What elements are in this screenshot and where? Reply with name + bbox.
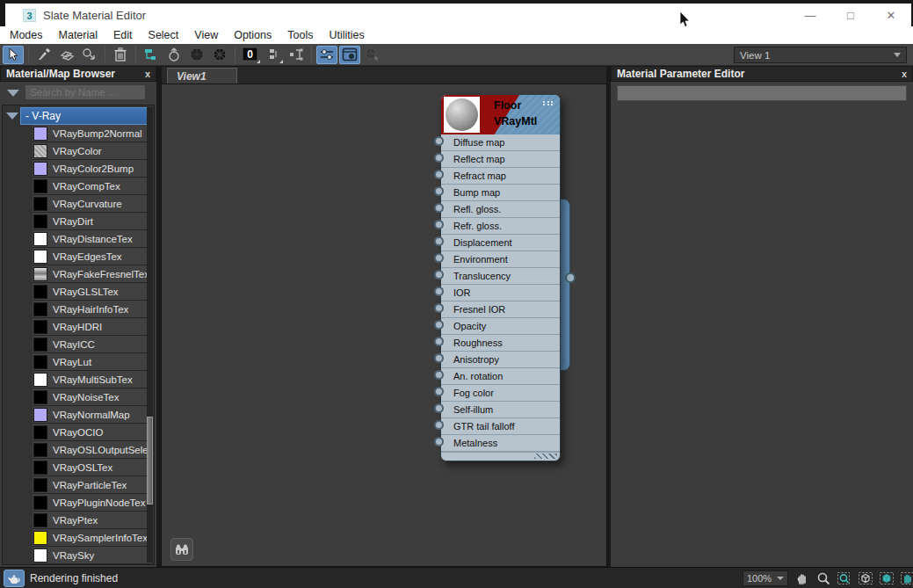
node-collapse-icon[interactable] xyxy=(543,101,553,105)
node-slot[interactable]: Metalness xyxy=(441,435,560,452)
node-canvas[interactable]: Floor VRayMtl Diffuse map Reflect map Re… xyxy=(161,83,607,567)
hide-unused-nodeslots-button[interactable] xyxy=(163,46,185,64)
browser-item[interactable]: VRayPtex xyxy=(33,512,150,529)
browser-item[interactable]: VRayParticleTex xyxy=(33,476,150,494)
menu-item[interactable]: Material xyxy=(51,29,105,41)
navigator-toggle-button[interactable] xyxy=(170,538,193,561)
node-slot[interactable]: Self-illum xyxy=(441,402,560,418)
menu-item[interactable]: View xyxy=(186,29,226,41)
slot-input-socket[interactable] xyxy=(434,153,444,163)
render-preview-button[interactable] xyxy=(4,570,25,587)
menu-item[interactable]: Modes xyxy=(2,29,51,41)
slot-input-socket[interactable] xyxy=(434,320,444,330)
browser-item[interactable]: VRaySamplerInfoTex xyxy=(33,529,150,547)
browser-scrollbar-thumb[interactable] xyxy=(147,417,153,505)
close-button[interactable]: ✕ xyxy=(871,4,911,26)
show-parameter-rollout-button[interactable] xyxy=(316,46,337,64)
browser-list[interactable]: - V-Ray VRayBump2Normal VRayColor VRayCo… xyxy=(2,105,155,565)
browser-item[interactable]: VRayOSLTex xyxy=(33,459,150,476)
browser-item[interactable]: VRayNoiseTex xyxy=(33,388,150,406)
maximize-button[interactable]: □ xyxy=(830,4,871,26)
assign-material-to-selection-button[interactable] xyxy=(79,46,100,64)
browser-item[interactable]: VRayNormalMap xyxy=(33,406,150,424)
browser-item[interactable]: VRayDirt xyxy=(33,213,150,230)
browser-item[interactable]: VRayColor xyxy=(33,142,150,160)
slot-input-socket[interactable] xyxy=(434,420,444,430)
material-node-floor[interactable]: Floor VRayMtl Diffuse map Reflect map Re… xyxy=(440,94,561,461)
browser-item[interactable]: VRayEdgesTex xyxy=(33,248,150,265)
put-material-to-scene-button[interactable] xyxy=(56,46,77,64)
browser-item[interactable]: VRayOCIO xyxy=(33,424,150,441)
node-slot[interactable]: Anisotropy xyxy=(441,352,560,368)
slot-input-socket[interactable] xyxy=(434,437,444,446)
browser-scrollbar[interactable] xyxy=(147,107,153,563)
zoom-region-tool-button[interactable] xyxy=(836,570,853,587)
slot-input-socket[interactable] xyxy=(434,403,444,413)
pan-tool-button[interactable] xyxy=(793,570,811,587)
node-output-socket[interactable] xyxy=(565,272,576,283)
browser-item[interactable]: VRayICC xyxy=(33,336,150,353)
view-selector-dropdown[interactable]: View 1 xyxy=(734,47,907,63)
node-slot[interactable]: An. rotation xyxy=(441,368,560,385)
minimize-button[interactable]: — xyxy=(790,4,830,26)
browser-item[interactable]: VRayCompTex xyxy=(33,178,150,195)
pick-material-from-object-button[interactable] xyxy=(33,46,54,64)
search-options-dropdown-icon[interactable] xyxy=(7,90,19,97)
zoom-tool-button[interactable] xyxy=(815,570,832,587)
menu-item[interactable]: Edit xyxy=(105,29,141,41)
slot-input-socket[interactable] xyxy=(434,303,444,313)
node-slot[interactable]: Fresnel IOR xyxy=(441,301,560,318)
menu-item[interactable]: Tools xyxy=(279,29,321,41)
node-header[interactable]: Floor VRayMtl xyxy=(441,95,560,134)
group-collapse-icon[interactable] xyxy=(6,113,18,120)
node-slot[interactable]: IOR xyxy=(441,285,560,301)
slot-input-socket[interactable] xyxy=(434,220,444,229)
slot-input-socket[interactable] xyxy=(434,337,444,346)
browser-item[interactable]: VRayPluginNodeTex xyxy=(33,494,150,512)
browser-item[interactable]: VRayLut xyxy=(33,353,150,371)
browser-item[interactable]: VRayHDRI xyxy=(33,318,150,336)
browser-item[interactable]: VRayGLSLTex xyxy=(33,283,150,301)
zoom-level-dropdown[interactable]: 100% xyxy=(743,570,788,586)
node-slot[interactable]: Translucency xyxy=(441,268,560,285)
show-preview-button[interactable] xyxy=(339,46,360,64)
node-slot[interactable]: Roughness xyxy=(441,335,560,352)
browser-item[interactable]: VRayBump2Normal xyxy=(33,125,150,142)
show-background-button[interactable] xyxy=(209,46,230,64)
slot-input-socket[interactable] xyxy=(434,387,444,396)
move-children-button[interactable] xyxy=(141,46,162,64)
layout-children-button[interactable] xyxy=(286,46,307,64)
zero-slots-button[interactable]: 0 xyxy=(240,46,261,64)
slot-input-socket[interactable] xyxy=(434,186,444,196)
slot-input-socket[interactable] xyxy=(434,170,444,179)
browser-item[interactable]: VRayDistanceTex xyxy=(33,230,150,248)
node-slot[interactable]: GTR tail falloff xyxy=(441,418,560,435)
slot-input-socket[interactable] xyxy=(434,270,444,279)
show-shaded-material-button[interactable] xyxy=(186,46,207,64)
select-tool-button[interactable] xyxy=(3,46,24,64)
browser-item[interactable]: VRayCurvature xyxy=(33,195,150,213)
zoom-extents-button[interactable] xyxy=(857,570,874,587)
node-slot[interactable]: Diffuse map xyxy=(441,134,560,151)
pan-region-tool-button[interactable] xyxy=(899,570,913,587)
node-slot[interactable]: Refl. gloss. xyxy=(441,201,560,218)
slot-input-socket[interactable] xyxy=(434,287,444,296)
node-slot[interactable]: Refract map xyxy=(441,168,560,185)
slot-input-socket[interactable] xyxy=(434,253,444,263)
material-preview-sphere[interactable] xyxy=(446,98,478,131)
browser-item[interactable]: VRaySky xyxy=(33,547,150,564)
slot-input-socket[interactable] xyxy=(434,353,444,363)
node-slot[interactable]: Displacement xyxy=(441,235,560,251)
browser-item[interactable]: VRayOSLOutputSele.. xyxy=(33,441,150,459)
tab-view1[interactable]: View1 xyxy=(167,68,237,84)
slot-input-socket[interactable] xyxy=(434,370,444,380)
node-slot[interactable]: Environment xyxy=(441,251,560,268)
layout-all-vertical-button[interactable] xyxy=(263,46,284,64)
node-slot[interactable]: Reflect map xyxy=(441,151,560,168)
params-panel-header[interactable]: Material Parameter Editor x xyxy=(611,66,913,82)
node-slot[interactable]: Opacity xyxy=(441,318,560,335)
search-input[interactable] xyxy=(25,84,146,100)
browser-item[interactable]: VRayFakeFresnelTex xyxy=(33,265,150,283)
zoom-extents-selected-button[interactable] xyxy=(878,570,895,587)
params-close-icon[interactable]: x xyxy=(902,69,907,79)
